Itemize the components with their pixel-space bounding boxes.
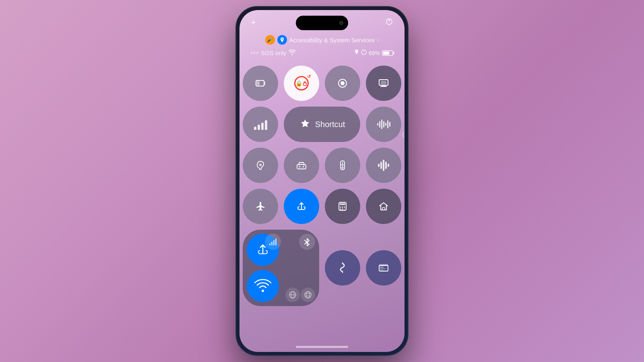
shortcut-button[interactable]: Shortcut [284, 107, 360, 142]
globe-button[interactable] [301, 288, 315, 302]
svg-point-31 [342, 209, 343, 210]
controls-row-1: ↺ [248, 66, 396, 101]
svg-rect-47 [380, 268, 386, 269]
remote-button[interactable] [325, 148, 360, 183]
status-bar: SOS only [239, 49, 405, 56]
battery-saver-button[interactable] [243, 66, 278, 101]
screen-mirror-button[interactable] [366, 66, 401, 101]
side-widgets: ♥ ((•)) ⌂ ♪ [402, 115, 405, 168]
cash-app-button[interactable] [325, 250, 360, 286]
phone-frame: + 🎤 Accessibility & System Services › [235, 6, 409, 356]
svg-point-21 [342, 162, 343, 164]
svg-point-28 [342, 207, 343, 208]
calculator-button[interactable] [325, 189, 360, 224]
battery-icon [382, 50, 393, 56]
svg-point-15 [259, 164, 262, 166]
signal-dots [251, 52, 258, 54]
airdrop-button[interactable] [284, 189, 319, 224]
wifi-status-icon [289, 49, 296, 56]
phone-screen: + 🎤 Accessibility & System Services › [239, 10, 405, 352]
rotation-lock-button[interactable]: ↺ [284, 66, 319, 101]
keyboard-button[interactable] [366, 107, 401, 142]
shortcut-label: Shortcut [315, 120, 345, 129]
svg-point-27 [340, 207, 341, 208]
signal-button[interactable] [243, 107, 278, 142]
svg-point-10 [341, 81, 345, 85]
bluetooth-button[interactable] [299, 234, 315, 250]
svg-point-18 [303, 166, 304, 167]
signal-widget: ((•)) [402, 131, 405, 138]
wifi-large-button[interactable] [247, 270, 279, 302]
svg-rect-4 [257, 81, 260, 85]
location-icon [277, 35, 287, 45]
svg-rect-8 [303, 83, 306, 86]
power-button[interactable] [385, 18, 393, 28]
controls-row-2: Shortcut [248, 107, 396, 142]
svg-point-29 [344, 207, 345, 208]
breadcrumb-text: Accessibility & System Services [289, 37, 375, 43]
breadcrumb-chevron: › [377, 37, 379, 43]
status-left: SOS only [251, 49, 296, 56]
sound-recognition-icon [378, 160, 389, 171]
dynamic-island [296, 16, 348, 30]
screen-record-button[interactable] [325, 66, 360, 101]
home-indicator [296, 346, 348, 348]
svg-rect-48 [380, 269, 384, 270]
controls-row-4 [248, 189, 396, 224]
battery-percentage: 69% [369, 50, 380, 56]
svg-rect-26 [340, 203, 345, 205]
svg-rect-14 [381, 81, 386, 84]
controls-area: ↺ [248, 66, 396, 312]
signal-bars-icon [254, 119, 267, 130]
sos-label: SOS only [261, 49, 286, 56]
svg-rect-16 [297, 165, 306, 169]
breadcrumb[interactable]: 🎤 Accessibility & System Services › [239, 35, 405, 45]
svg-point-32 [344, 209, 345, 210]
controls-row-5 [248, 230, 396, 306]
svg-point-38 [305, 292, 311, 298]
cell-signal-button[interactable] [265, 234, 281, 250]
location-status-icon [354, 49, 359, 56]
add-button[interactable]: + [251, 17, 256, 28]
svg-point-2 [361, 50, 366, 55]
sound-recognition-button[interactable] [366, 148, 401, 183]
rotation-lock-icon: ↺ [294, 76, 309, 90]
svg-point-39 [306, 292, 310, 298]
compass-icon [361, 49, 367, 56]
sound-wave-icon [377, 119, 390, 129]
svg-point-24 [342, 167, 343, 169]
connectivity-group [243, 230, 319, 306]
battery-fill [383, 51, 389, 55]
status-right: 69% [354, 49, 393, 56]
airplane-button[interactable] [243, 189, 278, 224]
hearing-button[interactable] [243, 148, 278, 183]
island-camera-dot [339, 21, 343, 25]
svg-rect-46 [380, 267, 384, 268]
auto-brightness-button[interactable] [284, 148, 319, 183]
wallet-button[interactable] [366, 250, 401, 286]
svg-point-30 [340, 209, 341, 210]
controls-row-3 [248, 148, 396, 183]
svg-point-34 [262, 290, 264, 292]
home-button[interactable] [366, 189, 401, 224]
svg-point-17 [299, 166, 300, 167]
mic-icon: 🎤 [265, 35, 275, 45]
vpn-button[interactable] [285, 288, 300, 302]
